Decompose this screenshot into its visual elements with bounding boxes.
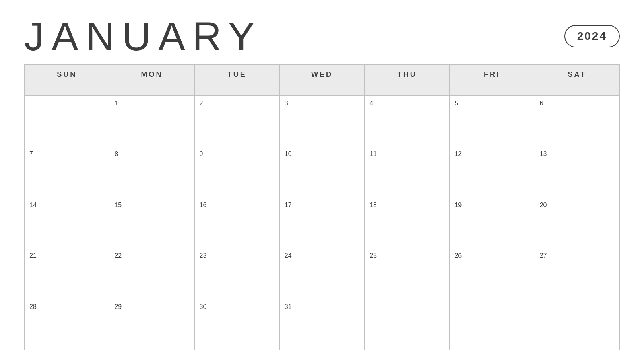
day-cell-w1-d5[interactable]: 12 [450, 146, 535, 197]
day-number-10: 10 [285, 150, 292, 158]
day-number-2: 2 [200, 99, 203, 108]
day-number-11: 11 [369, 150, 377, 158]
day-cell-w1-d3[interactable]: 10 [280, 146, 365, 197]
day-number-26: 26 [454, 251, 462, 260]
day-cell-w2-d6[interactable]: 20 [535, 197, 620, 249]
day-cell-w4-d6[interactable] [535, 299, 620, 350]
day-cell-w2-d0[interactable]: 14 [25, 197, 109, 249]
day-cell-w4-d1[interactable]: 29 [109, 299, 194, 350]
day-cell-w0-d5[interactable]: 5 [450, 96, 535, 147]
day-cell-w1-d0[interactable]: 7 [25, 146, 109, 197]
month-title: JANUARY [24, 16, 262, 56]
day-number-8: 8 [114, 150, 118, 158]
day-number-3: 3 [285, 99, 288, 108]
day-number-24: 24 [285, 251, 292, 260]
day-cell-w0-d1[interactable]: 1 [109, 96, 194, 147]
day-number-16: 16 [200, 201, 207, 210]
day-cell-w2-d4[interactable]: 18 [365, 197, 450, 249]
day-cell-w2-d2[interactable]: 16 [195, 197, 280, 249]
header-wed: WED [280, 65, 365, 96]
day-number-5: 5 [454, 99, 458, 108]
day-cell-w3-d6[interactable]: 27 [535, 248, 620, 299]
day-cell-w3-d2[interactable]: 23 [195, 248, 280, 299]
day-cell-w2-d1[interactable]: 15 [109, 197, 194, 249]
day-cell-w3-d1[interactable]: 22 [109, 248, 194, 299]
day-number-17: 17 [285, 201, 292, 210]
day-cell-w2-d5[interactable]: 19 [450, 197, 535, 249]
day-number-21: 21 [29, 251, 37, 260]
day-number-4: 4 [369, 99, 373, 108]
day-number-30: 30 [200, 302, 207, 311]
header-sat: SAT [535, 65, 620, 96]
day-cell-w0-d2[interactable]: 2 [195, 96, 280, 147]
calendar-grid: SUNMONTUEWEDTHUFRISAT1234567891011121314… [24, 64, 620, 350]
day-cell-w0-d4[interactable]: 4 [365, 96, 450, 147]
day-cell-w2-d3[interactable]: 17 [280, 197, 365, 249]
day-number-31: 31 [285, 302, 292, 311]
day-number-28: 28 [29, 302, 37, 311]
day-cell-w3-d0[interactable]: 21 [25, 248, 109, 299]
header-fri: FRI [450, 65, 535, 96]
header-thu: THU [365, 65, 450, 96]
day-cell-w4-d3[interactable]: 31 [280, 299, 365, 350]
day-cell-w4-d4[interactable] [365, 299, 450, 350]
day-number-23: 23 [200, 251, 207, 260]
day-number-7: 7 [29, 150, 33, 158]
day-number-1: 1 [114, 99, 118, 108]
day-number-19: 19 [454, 201, 462, 210]
day-number-25: 25 [369, 251, 377, 260]
day-cell-w0-d6[interactable]: 6 [535, 96, 620, 147]
day-number-20: 20 [540, 201, 547, 210]
day-cell-w0-d3[interactable]: 3 [280, 96, 365, 147]
calendar-header: JANUARY 2024 [24, 16, 620, 56]
day-cell-w1-d4[interactable]: 11 [365, 146, 450, 197]
day-number-13: 13 [540, 150, 547, 158]
year-badge: 2024 [564, 25, 620, 47]
day-number-9: 9 [200, 150, 203, 158]
day-cell-w1-d1[interactable]: 8 [109, 146, 194, 197]
day-cell-w3-d3[interactable]: 24 [280, 248, 365, 299]
day-cell-w3-d4[interactable]: 25 [365, 248, 450, 299]
day-number-29: 29 [114, 302, 122, 311]
day-cell-w4-d5[interactable] [450, 299, 535, 350]
header-mon: MON [109, 65, 194, 96]
day-number-15: 15 [114, 201, 122, 210]
day-cell-w4-d0[interactable]: 28 [25, 299, 109, 350]
day-number-6: 6 [540, 99, 543, 108]
day-cell-w4-d2[interactable]: 30 [195, 299, 280, 350]
day-cell-w1-d6[interactable]: 13 [535, 146, 620, 197]
day-number-27: 27 [540, 251, 547, 260]
calendar-container: JANUARY 2024 SUNMONTUEWEDTHUFRISAT123456… [0, 0, 644, 362]
header-tue: TUE [195, 65, 280, 96]
header-sun: SUN [25, 65, 109, 96]
day-cell-w3-d5[interactable]: 26 [450, 248, 535, 299]
day-cell-w1-d2[interactable]: 9 [195, 146, 280, 197]
day-number-22: 22 [114, 251, 122, 260]
day-number-18: 18 [369, 201, 377, 210]
day-number-14: 14 [29, 201, 37, 210]
day-number-12: 12 [454, 150, 462, 158]
day-cell-w0-d0[interactable] [25, 96, 109, 147]
